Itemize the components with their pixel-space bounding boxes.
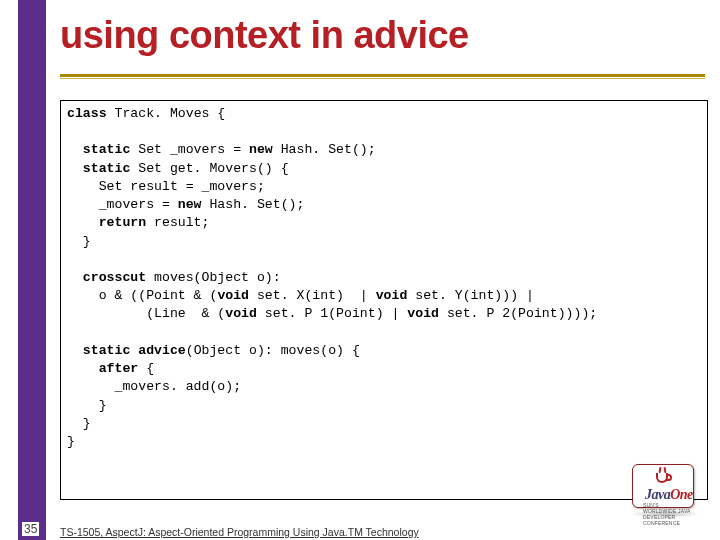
- title-area: using context in advice: [60, 14, 710, 57]
- code-text: Set get. Movers() {: [130, 161, 288, 176]
- code-text: set. P 2(Point))));: [439, 306, 597, 321]
- code-text: _movers =: [67, 197, 178, 212]
- logo-one-word: One: [670, 487, 693, 502]
- code-kw: void: [217, 288, 249, 303]
- logo-text: JavaOne: [645, 487, 693, 503]
- code-text: }: [67, 234, 91, 249]
- code-kw: void: [225, 306, 257, 321]
- code-kw: return: [67, 215, 146, 230]
- code-text: }: [67, 398, 107, 413]
- title-underline: [60, 74, 705, 77]
- slide: using context in advice class Track. Mov…: [0, 0, 720, 540]
- code-text: set. X(int) |: [249, 288, 376, 303]
- code-kw: void: [407, 306, 439, 321]
- code-text: set. P 1(Point) |: [257, 306, 407, 321]
- code-kw: new: [249, 142, 273, 157]
- slide-title: using context in advice: [60, 14, 710, 57]
- code-text: Set result = _movers;: [67, 179, 265, 194]
- code-kw: new: [178, 197, 202, 212]
- code-text: set. Y(int))) |: [407, 288, 534, 303]
- code-kw: after: [67, 361, 138, 376]
- code-text: Hash. Set();: [202, 197, 305, 212]
- logo-subtext: SUN'S WORLDWIDE JAVA DEVELOPER CONFERENC…: [643, 502, 693, 526]
- code-text: result;: [146, 215, 209, 230]
- code-text: Set _movers =: [130, 142, 249, 157]
- code-kw: crosscut: [67, 270, 146, 285]
- code-kw: static: [67, 142, 130, 157]
- code-kw: static advice: [67, 343, 186, 358]
- footer-text: TS-1505, AspectJ: Aspect-Oriented Progra…: [60, 526, 419, 538]
- code-box: class Track. Moves { static Set _movers …: [60, 100, 708, 500]
- title-underline-thin: [60, 78, 705, 79]
- code-text: moves(Object o):: [146, 270, 281, 285]
- code-text: }: [67, 416, 91, 431]
- logo-java-word: Java: [645, 487, 670, 502]
- code-text: Track. Moves {: [107, 106, 226, 121]
- coffee-cup-icon: [653, 469, 675, 485]
- code-text: (Line & (: [67, 306, 225, 321]
- code-content: class Track. Moves { static Set _movers …: [67, 105, 701, 451]
- cup-handle: [666, 474, 672, 481]
- code-text: {: [138, 361, 154, 376]
- code-kw: static: [67, 161, 130, 176]
- left-accent-bar: [18, 0, 46, 540]
- code-text: }: [67, 434, 75, 449]
- page-number: 35: [22, 522, 39, 536]
- code-kw: void: [376, 288, 408, 303]
- code-text: (Object o): moves(o) {: [186, 343, 360, 358]
- javaone-logo: JavaOne SUN'S WORLDWIDE JAVA DEVELOPER C…: [626, 462, 702, 518]
- code-text: Hash. Set();: [273, 142, 376, 157]
- logo-plaque: JavaOne SUN'S WORLDWIDE JAVA DEVELOPER C…: [632, 464, 694, 508]
- code-text: _movers. add(o);: [67, 379, 241, 394]
- code-kw: class: [67, 106, 107, 121]
- code-text: o & ((Point & (: [67, 288, 217, 303]
